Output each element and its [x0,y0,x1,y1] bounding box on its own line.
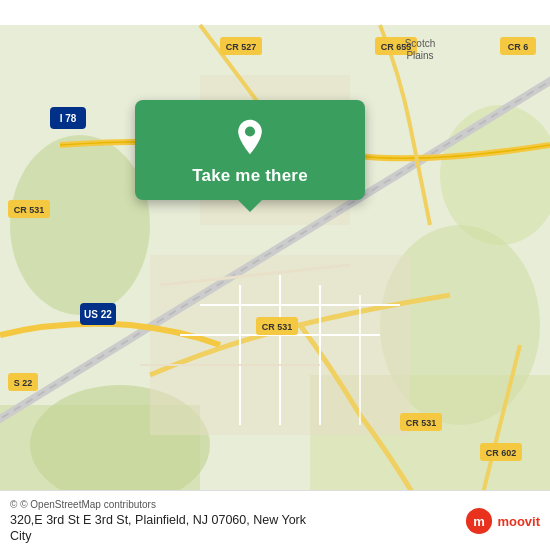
svg-text:CR 6: CR 6 [508,42,529,52]
bottom-bar: © © OpenStreetMap contributors 320,E 3rd… [0,490,550,551]
svg-text:S 22: S 22 [14,378,33,388]
osm-credit: © © OpenStreetMap contributors [10,499,306,510]
address-text: 320,E 3rd St E 3rd St, Plainfield, NJ 07… [10,512,306,545]
bottom-left: © © OpenStreetMap contributors 320,E 3rd… [10,499,306,545]
svg-text:Plains: Plains [406,50,433,61]
svg-text:CR 602: CR 602 [486,448,517,458]
svg-text:CR 531: CR 531 [262,322,293,332]
svg-text:CR 531: CR 531 [14,205,45,215]
osm-credit-text: © OpenStreetMap contributors [20,499,156,510]
svg-text:CR 531: CR 531 [406,418,437,428]
moovit-text-block: moovit [497,515,540,528]
svg-text:CR 527: CR 527 [226,42,257,52]
address-line1: 320,E 3rd St E 3rd St, Plainfield, NJ 07… [10,513,306,527]
svg-point-43 [245,126,255,136]
moovit-brand-name: moovit [497,515,540,528]
map-svg: I 78 US 22 US 22 CR 527 CR 655 CR 6 CR 5… [0,0,550,550]
svg-text:m: m [474,514,486,529]
popup-card: Take me there [135,100,365,200]
map-container: I 78 US 22 US 22 CR 527 CR 655 CR 6 CR 5… [0,0,550,550]
copyright-symbol: © [10,499,17,510]
svg-text:Scotch: Scotch [405,38,436,49]
location-pin-icon [231,118,269,156]
svg-text:I 78: I 78 [60,113,77,124]
moovit-logo-icon: m [465,507,493,535]
moovit-logo: m moovit [465,507,540,535]
address-line2: City [10,529,32,543]
svg-point-1 [10,135,150,315]
svg-text:US 22: US 22 [84,309,112,320]
take-me-there-button[interactable]: Take me there [192,166,308,186]
